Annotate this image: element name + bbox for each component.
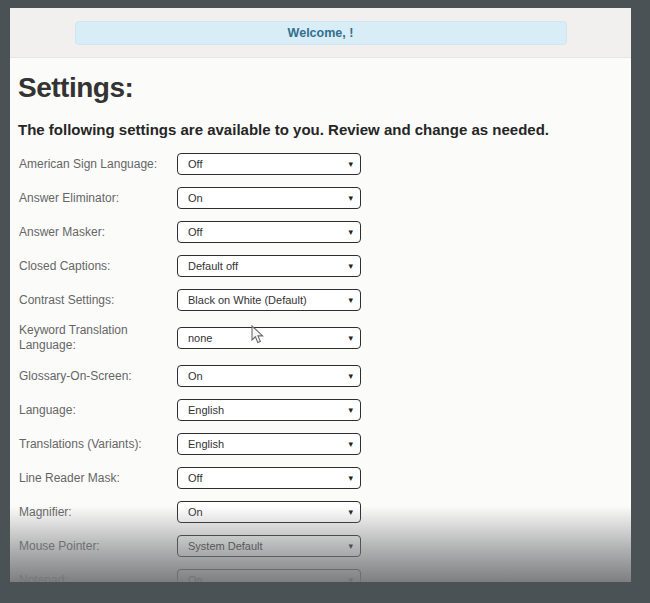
setting-label: Translations (Variants):	[18, 437, 177, 452]
setting-row: Language: English ▾	[18, 399, 623, 421]
select-line-reader-mask[interactable]: Off ▾	[177, 467, 361, 489]
select-answer-masker[interactable]: Off ▾	[177, 221, 361, 243]
app-window: { "header": { "welcome_text": "Welcome, …	[0, 0, 650, 603]
select-value: On	[188, 192, 348, 204]
select-value: Off	[188, 158, 348, 170]
settings-page: Settings: The following settings are ava…	[10, 58, 631, 582]
select-value: English	[188, 404, 348, 416]
setting-label: Language:	[18, 403, 177, 418]
setting-label: Answer Masker:	[18, 225, 177, 240]
setting-label: Line Reader Mask:	[18, 471, 177, 486]
select-magnifier[interactable]: On ▾	[177, 501, 361, 523]
select-contrast-settings[interactable]: Black on White (Default) ▾	[177, 289, 361, 311]
settings-list: American Sign Language: Off ▾ Answer Eli…	[18, 153, 623, 582]
dropdown-arrow-icon: ▾	[348, 262, 353, 271]
setting-row: Mouse Pointer: System Default ▾	[18, 535, 623, 557]
welcome-banner: Welcome, !	[75, 21, 567, 45]
setting-row: Magnifier: On ▾	[18, 501, 623, 523]
browser-viewport: Welcome, ! Settings: The following setti…	[10, 8, 631, 582]
setting-label: American Sign Language:	[18, 157, 177, 172]
setting-label: Mouse Pointer:	[18, 539, 177, 554]
select-language[interactable]: English ▾	[177, 399, 361, 421]
select-mouse-pointer[interactable]: System Default ▾	[177, 535, 361, 557]
setting-row: Glossary-On-Screen: On ▾	[18, 365, 623, 387]
dropdown-arrow-icon: ▾	[348, 440, 353, 449]
dropdown-arrow-icon: ▾	[348, 228, 353, 237]
setting-label: Magnifier:	[18, 505, 177, 520]
dropdown-arrow-icon: ▾	[348, 334, 353, 343]
setting-row: Contrast Settings: Black on White (Defau…	[18, 289, 623, 311]
select-value: On	[188, 574, 348, 582]
welcome-text: Welcome, !	[288, 26, 354, 40]
setting-row: Closed Captions: Default off ▾	[18, 255, 623, 277]
setting-row: Keyword Translation Language: none ▾	[18, 323, 623, 353]
setting-label: Closed Captions:	[18, 259, 177, 274]
select-value: English	[188, 438, 348, 450]
select-value: Off	[188, 472, 348, 484]
dropdown-arrow-icon: ▾	[348, 372, 353, 381]
setting-label: Contrast Settings:	[18, 293, 177, 308]
page-subtitle: The following settings are available to …	[18, 121, 623, 139]
setting-row: Answer Eliminator: On ▾	[18, 187, 623, 209]
dropdown-arrow-icon: ▾	[348, 508, 353, 517]
setting-row: Answer Masker: Off ▾	[18, 221, 623, 243]
page-header-strip: Welcome, !	[10, 8, 631, 58]
select-value: Off	[188, 226, 348, 238]
select-value: On	[188, 506, 348, 518]
select-answer-eliminator[interactable]: On ▾	[177, 187, 361, 209]
select-translations-variants[interactable]: English ▾	[177, 433, 361, 455]
page-title: Settings:	[18, 72, 623, 104]
select-value: On	[188, 370, 348, 382]
setting-row: Notepad: On ▾	[18, 569, 623, 582]
dropdown-arrow-icon: ▾	[348, 296, 353, 305]
select-value: Black on White (Default)	[188, 294, 348, 306]
setting-row: American Sign Language: Off ▾	[18, 153, 623, 175]
select-closed-captions[interactable]: Default off ▾	[177, 255, 361, 277]
select-value: System Default	[188, 540, 348, 552]
setting-label: Keyword Translation Language:	[18, 323, 177, 353]
setting-label: Notepad:	[18, 573, 177, 583]
select-american-sign-language[interactable]: Off ▾	[177, 153, 361, 175]
select-notepad[interactable]: On ▾	[177, 569, 361, 582]
setting-label: Answer Eliminator:	[18, 191, 177, 206]
dropdown-arrow-icon: ▾	[348, 474, 353, 483]
select-value: none	[188, 332, 348, 344]
setting-label: Glossary-On-Screen:	[18, 369, 177, 384]
dropdown-arrow-icon: ▾	[348, 406, 353, 415]
select-keyword-translation-language[interactable]: none ▾	[177, 327, 361, 349]
setting-row: Translations (Variants): English ▾	[18, 433, 623, 455]
dropdown-arrow-icon: ▾	[348, 160, 353, 169]
dropdown-arrow-icon: ▾	[348, 576, 353, 583]
dropdown-arrow-icon: ▾	[348, 194, 353, 203]
select-glossary-on-screen[interactable]: On ▾	[177, 365, 361, 387]
select-value: Default off	[188, 260, 348, 272]
setting-row: Line Reader Mask: Off ▾	[18, 467, 623, 489]
dropdown-arrow-icon: ▾	[348, 542, 353, 551]
